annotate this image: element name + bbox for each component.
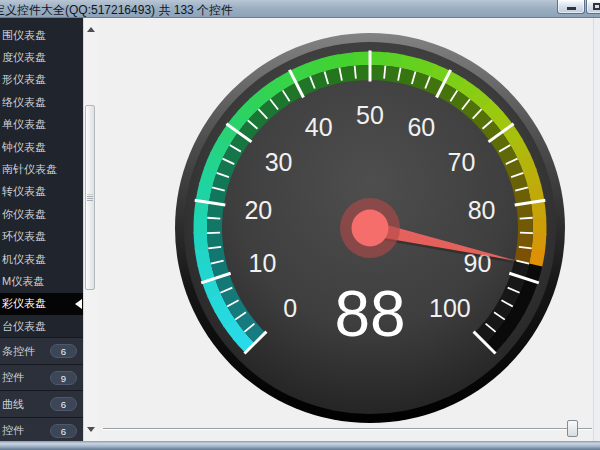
sidebar-item[interactable]: 钟仪表盘	[0, 136, 83, 158]
sidebar-item[interactable]: 形仪表盘	[0, 69, 83, 91]
window-bottom-border	[0, 441, 600, 450]
count-badge: 6	[50, 397, 77, 411]
svg-text:0: 0	[283, 294, 297, 322]
sidebar-item[interactable]: 度仪表盘	[0, 46, 83, 68]
gauge-hub	[352, 210, 389, 247]
svg-text:80: 80	[468, 196, 496, 224]
svg-text:50: 50	[356, 101, 384, 129]
sidebar-item[interactable]: 转仪表盘	[0, 181, 83, 203]
svg-text:30: 30	[265, 148, 293, 176]
sidebar-item[interactable]: 你仪表盘	[0, 203, 83, 225]
sidebar-item-label: 度仪表盘	[2, 50, 46, 65]
sidebar: 围仪表盘度仪表盘形仪表盘络仪表盘单仪表盘钟仪表盘南针仪表盘转仪表盘你仪表盘环仪表…	[0, 18, 83, 441]
scrollbar-grip-icon	[87, 194, 93, 201]
sidebar-group-label: 条控件	[2, 344, 35, 359]
sidebar-group-label: 控件	[2, 370, 24, 385]
sidebar-item-label: 彩仪表盘	[2, 296, 46, 311]
sidebar-item[interactable]: 络仪表盘	[0, 91, 83, 113]
gauge: 010203040506070809010088	[170, 28, 570, 428]
value-slider-thumb[interactable]	[567, 420, 578, 437]
gauge-value: 88	[334, 278, 405, 350]
scrollbar-thumb[interactable]	[85, 105, 95, 290]
svg-text:10: 10	[249, 249, 277, 277]
titlebar: 定义控件大全(QQ:517216493) 共 133 个控件	[0, 0, 600, 18]
count-badge: 6	[50, 344, 77, 358]
sidebar-item[interactable]: 环仪表盘	[0, 226, 83, 248]
window-right-border	[593, 18, 600, 441]
sidebar-item[interactable]: 彩仪表盘	[0, 293, 83, 315]
sidebar-scrollbar[interactable]	[83, 18, 97, 441]
value-slider-track[interactable]	[103, 428, 592, 429]
sidebar-group-item[interactable]: 条控件6	[0, 337, 83, 364]
sidebar-item[interactable]: 单仪表盘	[0, 114, 83, 136]
scroll-down-icon[interactable]	[87, 427, 95, 432]
sidebar-item-label: 形仪表盘	[2, 72, 46, 87]
sidebar-group-item[interactable]: 曲线6	[0, 390, 83, 417]
minimize-button[interactable]	[557, 0, 585, 14]
svg-text:60: 60	[407, 113, 435, 141]
svg-text:100: 100	[429, 294, 471, 322]
sidebar-item[interactable]: 机仪表盘	[0, 248, 83, 270]
sidebar-item[interactable]: 围仪表盘	[0, 24, 83, 46]
sidebar-item-label: 南针仪表盘	[2, 162, 57, 177]
maximize-icon	[593, 3, 600, 10]
sidebar-item-label: 机仪表盘	[2, 252, 46, 267]
sidebar-item-label: 钟仪表盘	[2, 140, 46, 155]
sidebar-list: 围仪表盘度仪表盘形仪表盘络仪表盘单仪表盘钟仪表盘南针仪表盘转仪表盘你仪表盘环仪表…	[0, 18, 83, 337]
sidebar-item[interactable]: M仪表盘	[0, 270, 83, 292]
sidebar-item-label: 围仪表盘	[2, 28, 46, 43]
sidebar-group-label: 控件	[2, 423, 24, 438]
sidebar-item-label: M仪表盘	[2, 274, 44, 289]
sidebar-group-item[interactable]: 控件6	[0, 417, 83, 441]
sidebar-item-label: 单仪表盘	[2, 117, 46, 132]
sidebar-group-item[interactable]: 控件9	[0, 364, 83, 391]
sidebar-group-label: 曲线	[2, 397, 24, 412]
count-badge: 6	[50, 424, 77, 438]
sidebar-item[interactable]: 台仪表盘	[0, 315, 83, 337]
app-window: 定义控件大全(QQ:517216493) 共 133 个控件 围仪表盘度仪表盘形…	[0, 0, 600, 450]
sidebar-item[interactable]: 南针仪表盘	[0, 158, 83, 180]
sidebar-item-label: 台仪表盘	[2, 319, 46, 334]
svg-text:70: 70	[448, 148, 476, 176]
window-title: 定义控件大全(QQ:517216493) 共 133 个控件	[0, 2, 233, 19]
sidebar-item-label: 你仪表盘	[2, 207, 46, 222]
minimize-icon	[567, 7, 576, 10]
count-badge: 9	[50, 371, 77, 385]
sidebar-item-label: 环仪表盘	[2, 229, 46, 244]
sidebar-groups: 条控件6控件9曲线6控件6	[0, 337, 83, 441]
window-controls	[557, 0, 600, 14]
sidebar-item-label: 络仪表盘	[2, 95, 46, 110]
svg-text:40: 40	[305, 113, 333, 141]
scroll-up-icon[interactable]	[87, 27, 95, 32]
maximize-button[interactable]	[586, 0, 600, 14]
main-panel: 010203040506070809010088	[97, 18, 600, 441]
sidebar-item-label: 转仪表盘	[2, 184, 46, 199]
svg-text:20: 20	[244, 196, 272, 224]
selected-item-marker-icon	[75, 299, 82, 309]
